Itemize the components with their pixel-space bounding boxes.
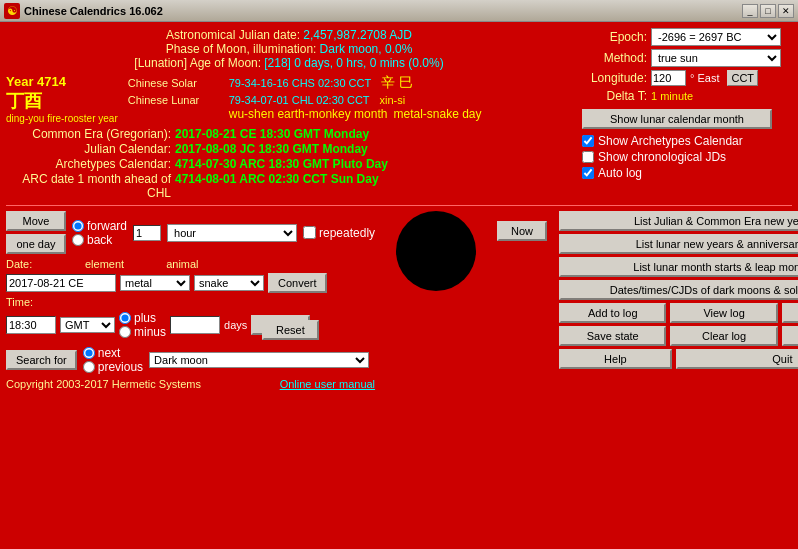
epoch-select[interactable]: -2696 = 2697 BC [651,28,781,46]
method-row: Method: true sun [582,49,792,67]
dates-cjds-button[interactable]: Dates/times/CJDs of dark moons & solar t… [559,280,798,300]
hour-select[interactable]: hour day week month year [167,224,297,242]
method-select[interactable]: true sun [651,49,781,67]
maximize-button[interactable]: □ [760,4,776,18]
help-quit-row: Help Quit [559,349,798,369]
archetypes-check-row: Show Archetypes Calendar [582,134,792,148]
forward-radio-row: forward [72,219,127,233]
animal-select[interactable]: snake rat ox tiger rabbit dragon horse g… [194,275,264,291]
manual-link[interactable]: Online user manual [280,378,375,390]
lunar-value: 79-34-07-01 CHL 02:30 CCT [229,94,370,106]
list-julian-button[interactable]: List Julian & Common Era new years [559,211,798,231]
top-left-info: Astronomical Julian date: 2,457,987.2708… [6,28,572,200]
phase-value: Dark moon, 0.0% [320,42,413,56]
num-input[interactable] [133,225,161,241]
common-label: Common Era (Gregorian): [6,127,171,141]
solar-value: 79-34-16-16 CHS 02:30 CCT [229,77,371,89]
list-lunar-month-button[interactable]: List lunar month starts & leap months [559,257,798,277]
lunation-label: [Lunation] Age of Moon: [134,56,261,70]
phase-label: Phase of Moon, illumination: [166,42,317,56]
minimize-button[interactable]: _ [742,4,758,18]
time-input[interactable] [6,316,56,334]
help-button[interactable]: Help [559,349,672,369]
deltat-value: 1 minute [651,90,693,102]
log-row-2: Save state Clear log Restore state [559,326,798,346]
epoch-row: Epoch: -2696 = 2697 BC [582,28,792,46]
minus-radio[interactable] [119,326,131,338]
element-select[interactable]: metal wood fire earth water [120,275,190,291]
archetypes-checkbox[interactable] [582,135,594,147]
method-label: Method: [582,51,647,65]
forward-radio[interactable] [72,220,84,232]
element-label: element [85,258,124,270]
autolog-checkbox[interactable] [582,167,594,179]
epoch-label: Epoch: [582,30,647,44]
next-prev-group: next previous [83,346,143,374]
app-icon: ☯ [4,3,20,19]
longitude-label: Longitude: [582,71,647,85]
year-label: Year 4714 [6,74,118,89]
astro-julian-value: 2,457,987.2708 AJD [303,28,412,42]
year-block: Year 4714 丁酉 ding-you fire-rooster year [6,74,118,124]
repeat-checkbox[interactable] [303,226,316,239]
common-value: 2017-08-21 CE 18:30 GMT Monday [175,127,369,141]
back-radio[interactable] [72,234,84,246]
configure-log-button[interactable]: Configure log [782,303,798,323]
restore-state-button[interactable]: Restore state [782,326,798,346]
close-button[interactable]: ✕ [778,4,794,18]
direction-radio-group: forward back [72,219,127,247]
move-button[interactable]: Move [6,211,66,231]
main-content: Astronomical Julian date: 2,457,987.2708… [0,22,798,549]
julian-value: 2017-08-08 JC 18:30 GMT Monday [175,142,368,156]
lunar-extra: xin-si [380,94,406,106]
cct-button[interactable]: CCT [727,70,758,86]
lunar-sub2: metal-snake day [393,107,481,121]
autolog-check-label: Auto log [598,166,642,180]
search-for-button[interactable]: Search for [6,350,77,370]
lunar-sub1: wu-shen earth-monkey month [229,107,388,121]
forward-label: forward [87,219,127,233]
longitude-input[interactable] [651,70,686,86]
add-to-log-button[interactable]: Add to log [559,303,666,323]
chronological-checkbox[interactable] [582,151,594,163]
plus-radio[interactable] [119,312,131,324]
save-state-button[interactable]: Save state [559,326,666,346]
previous-radio[interactable] [83,361,95,373]
search-select[interactable]: Dark moon Full moon New year Solstice Eq… [149,352,369,368]
time-label: Time: [6,296,41,308]
view-log-button[interactable]: View log [670,303,777,323]
one-day-button[interactable]: one day [6,234,66,254]
right-buttons-panel: List Julian & Common Era new years List … [559,211,798,369]
date-input[interactable] [6,274,116,292]
autolog-check-row: Auto log [582,166,792,180]
gmt-select[interactable]: GMT CCT UTC [60,317,115,333]
top-info-section: Astronomical Julian date: 2,457,987.2708… [6,28,792,200]
astro-julian-line: Astronomical Julian date: 2,457,987.2708… [6,28,572,42]
arc-value: 4714-08-01 ARC 02:30 CCT Sun Day [175,172,379,200]
show-lunar-calendar-button[interactable]: Show lunar calendar month [582,109,772,129]
previous-label: previous [98,360,143,374]
repeat-check-row: repeatedly [303,226,375,240]
copyright-text: Copyright 2003-2017 Hermetic Systems [6,378,201,390]
arc-label: ARC date 1 month ahead of CHL [6,172,171,200]
back-radio-row: back [72,233,127,247]
repeat-label: repeatedly [319,226,375,240]
chinese-year-sub: ding-you fire-rooster year [6,113,118,124]
date-label: Date: [6,258,41,270]
solar-extra: 辛 巳 [381,74,413,92]
moon-display [396,211,476,291]
title-bar: ☯ Chinese Calendrics 16.062 _ □ ✕ [0,0,798,22]
list-lunar-button[interactable]: List lunar new years & anniversaries [559,234,798,254]
animal-label: animal [166,258,198,270]
convert-button[interactable]: Convert [268,273,327,293]
longitude-row: Longitude: ° East CCT [582,70,792,86]
julian-label: Julian Calendar: [6,142,171,156]
phase-moon-line: Phase of Moon, illumination: Dark moon, … [6,42,572,56]
now-button[interactable]: Now [497,221,547,241]
clear-log-button[interactable]: Clear log [670,326,777,346]
quit-button[interactable]: Quit [676,349,798,369]
left-controls: Move one day forward back hour [6,211,375,390]
lunation-value: [218] 0 days, 0 hrs, 0 mins (0.0%) [264,56,443,70]
next-radio[interactable] [83,347,95,359]
reset-button[interactable]: Reset [262,320,319,340]
